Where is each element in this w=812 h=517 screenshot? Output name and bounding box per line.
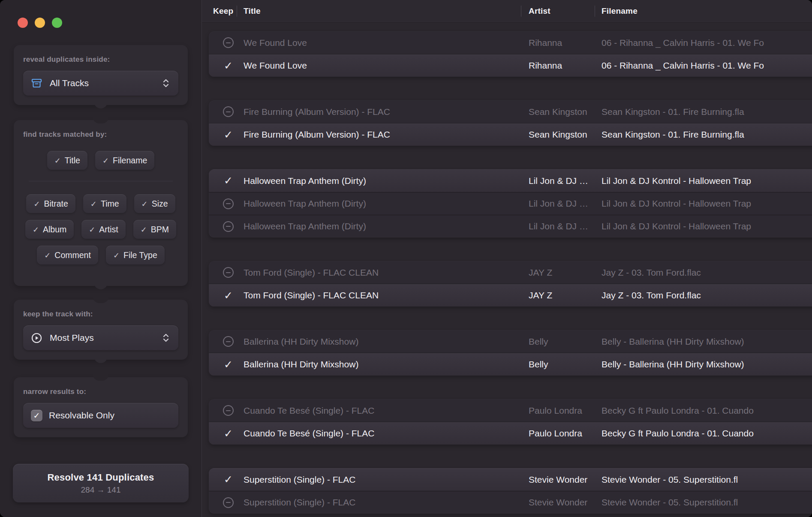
minimize-button[interactable] (35, 18, 45, 28)
match-pill-filename[interactable]: ✓Filename (95, 151, 154, 170)
resolve-duplicates-button[interactable]: Resolve 141 Duplicates 284 → 141 (13, 464, 189, 502)
keep-toggle[interactable]: ✓ (209, 290, 244, 301)
keep-toggle[interactable] (209, 405, 244, 416)
keep-toggle[interactable]: ✓ (209, 129, 244, 140)
track-row-keep[interactable]: ✓Ballerina (HH Dirty Mixshow)BellyBelly … (209, 353, 812, 376)
play-circle-icon (31, 332, 42, 344)
reveal-inside-dropdown[interactable]: All Tracks (23, 71, 178, 96)
check-icon: ✓ (102, 156, 109, 165)
chevron-up-down-icon (162, 333, 170, 343)
check-icon: ✓ (113, 251, 120, 260)
track-row-discard[interactable]: Cuando Te Besé (Single) - FLACPaulo Lond… (209, 399, 812, 422)
track-filename: Sean Kingston - 01. Fire Burning.fla (601, 129, 812, 140)
track-row-keep[interactable]: ✓Fire Burning (Album Version) - FLACSean… (209, 123, 812, 146)
track-filename: Lil Jon & DJ Kontrol - Halloween Trap (601, 176, 812, 186)
minus-circle-icon (223, 336, 234, 347)
track-filename: Sean Kingston - 01. Fire Burning.fla (601, 107, 812, 117)
keep-toggle[interactable]: ✓ (209, 175, 244, 186)
match-pill-size[interactable]: ✓Size (134, 194, 175, 213)
keep-toggle[interactable]: ✓ (209, 474, 244, 485)
keep-toggle[interactable] (209, 267, 244, 278)
track-artist: Lil Jon & DJ Kontrol (529, 221, 601, 231)
track-row-keep[interactable]: ✓Cuando Te Besé (Single) - FLACPaulo Lon… (209, 422, 812, 445)
keep-toggle[interactable]: ✓ (209, 428, 244, 439)
keep-toggle[interactable] (209, 497, 244, 508)
track-filename: Stevie Wonder - 05. Superstition.fl (601, 497, 812, 508)
track-row-discard[interactable]: Ballerina (HH Dirty Mixshow)BellyBelly -… (209, 330, 812, 353)
match-criteria-label: find tracks matched by: (23, 130, 178, 139)
track-row-discard[interactable]: Halloween Trap Anthem (Dirty)Lil Jon & D… (209, 215, 812, 237)
match-pill-comment[interactable]: ✓Comment (37, 246, 98, 265)
track-artist: Stevie Wonder (529, 497, 601, 508)
track-artist: Rihanna (529, 60, 601, 71)
keep-toggle[interactable]: ✓ (209, 60, 244, 71)
track-title: Tom Ford (Single) - FLAC CLEAN (244, 290, 529, 301)
match-pill-album[interactable]: ✓Album (25, 220, 74, 239)
match-pill-artist[interactable]: ✓Artist (81, 220, 126, 239)
match-pill-file-type[interactable]: ✓File Type (106, 246, 165, 265)
keep-toggle[interactable] (209, 106, 244, 117)
check-icon: ✓ (141, 199, 148, 209)
match-pill-bpm[interactable]: ✓BPM (133, 220, 176, 239)
track-artist: Sean Kingston (529, 107, 601, 117)
narrow-results-panel: narrow results to: ✓ Resolvable Only (14, 377, 188, 437)
track-row-discard[interactable]: We Found LoveRihanna06 - Rihanna _ Calvi… (209, 31, 812, 54)
pill-row: ✓Comment✓File Type (23, 246, 178, 265)
track-row-keep[interactable]: ✓Superstition (Single) - FLACStevie Wond… (209, 468, 812, 491)
reveal-duplicates-panel: reveal duplicates inside: All Tracks (14, 45, 188, 105)
track-artist: Lil Jon & DJ Kontrol (529, 176, 601, 186)
match-pill-bitrate[interactable]: ✓Bitrate (26, 194, 75, 213)
check-icon: ✓ (224, 359, 233, 370)
duplicate-group: Fire Burning (Album Version) - FLACSean … (209, 100, 812, 146)
chevron-up-down-icon (162, 78, 170, 88)
archive-box-icon (31, 78, 42, 89)
duplicate-group: We Found LoveRihanna06 - Rihanna _ Calvi… (209, 31, 812, 77)
track-artist: Lil Jon & DJ Kontrol (529, 198, 601, 209)
check-icon: ✓ (89, 225, 95, 234)
pill-label: Comment (54, 250, 91, 260)
duplicates-table: Keep Title Artist Filename We Found Love… (202, 0, 812, 517)
track-row-discard[interactable]: Tom Ford (Single) - FLAC CLEANJAY ZJay Z… (209, 261, 812, 284)
track-filename: Lil Jon & DJ Kontrol - Halloween Trap (601, 221, 812, 231)
track-filename: 06 - Rihanna _ Calvin Harris - 01. We Fo (601, 60, 812, 71)
zoom-button[interactable] (52, 18, 62, 28)
track-artist: JAY Z (529, 268, 601, 278)
track-row-discard[interactable]: Superstition (Single) - FLACStevie Wonde… (209, 491, 812, 514)
keep-toggle[interactable] (209, 198, 244, 209)
duplicate-group: ✓Halloween Trap Anthem (Dirty)Lil Jon & … (209, 169, 812, 237)
track-row-keep[interactable]: ✓We Found LoveRihanna06 - Rihanna _ Calv… (209, 54, 812, 77)
close-button[interactable] (18, 18, 28, 28)
track-filename: Lil Jon & DJ Kontrol - Halloween Trap (601, 198, 812, 209)
track-filename: 06 - Rihanna _ Calvin Harris - 01. We Fo (601, 38, 812, 48)
duplicate-groups: We Found LoveRihanna06 - Rihanna _ Calvi… (202, 22, 812, 517)
match-pill-time[interactable]: ✓Time (83, 194, 126, 213)
column-header-title: Title (244, 6, 529, 16)
duplicate-group: Cuando Te Besé (Single) - FLACPaulo Lond… (209, 399, 812, 445)
keep-toggle[interactable] (209, 336, 244, 347)
keep-toggle[interactable] (209, 37, 244, 48)
checkbox-checked-icon[interactable]: ✓ (31, 410, 42, 421)
pill-label: Size (152, 199, 168, 209)
minus-circle-icon (223, 267, 234, 278)
track-title: Cuando Te Besé (Single) - FLAC (244, 406, 529, 416)
track-artist: Sean Kingston (529, 129, 601, 140)
track-filename: Belly - Ballerina (HH Dirty Mixshow) (601, 337, 812, 347)
keep-toggle[interactable]: ✓ (209, 359, 244, 370)
check-icon: ✓ (33, 199, 40, 209)
track-row-discard[interactable]: Halloween Trap Anthem (Dirty)Lil Jon & D… (209, 192, 812, 215)
check-icon: ✓ (224, 60, 233, 71)
track-artist: Belly (529, 337, 601, 347)
check-icon: ✓ (141, 225, 147, 234)
pill-label: Album (43, 225, 66, 234)
track-row-keep[interactable]: ✓Tom Ford (Single) - FLAC CLEANJAY ZJay … (209, 284, 812, 307)
track-row-discard[interactable]: Fire Burning (Album Version) - FLACSean … (209, 100, 812, 123)
keep-toggle[interactable] (209, 221, 244, 232)
track-filename: Belly - Ballerina (HH Dirty Mixshow) (601, 359, 812, 370)
resolvable-only-field[interactable]: ✓ Resolvable Only (23, 403, 178, 428)
column-header-keep: Keep (213, 6, 244, 16)
check-icon: ✓ (90, 199, 97, 209)
keep-rule-dropdown[interactable]: Most Plays (23, 325, 178, 350)
match-pill-title[interactable]: ✓Title (47, 151, 87, 170)
resolve-button-count: 284 → 141 (81, 485, 121, 495)
track-row-keep[interactable]: ✓Halloween Trap Anthem (Dirty)Lil Jon & … (209, 169, 812, 192)
